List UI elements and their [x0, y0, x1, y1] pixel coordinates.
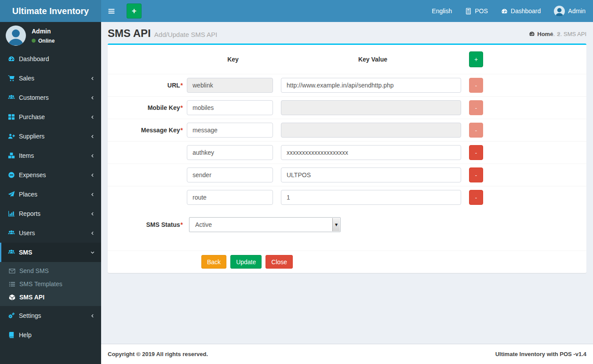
grid-icon	[8, 113, 15, 120]
value-input-route[interactable]	[281, 190, 461, 205]
value-input-sender[interactable]	[281, 167, 461, 182]
sidebar: Admin Online DashboardSalesCustomersPurc…	[0, 22, 101, 364]
sidebar-subitem-send-sms[interactable]: Send SMS	[0, 264, 101, 277]
gauge-icon	[8, 55, 15, 62]
sidebar-submenu: Send SMSSMS TemplatesSMS API	[0, 262, 101, 306]
sidebar-item-dashboard[interactable]: Dashboard	[0, 49, 101, 69]
chevron-left-icon	[90, 173, 95, 178]
dashboard-icon	[501, 8, 508, 15]
row-label: Message Key*	[108, 119, 186, 142]
sidebar-item-customers[interactable]: Customers	[0, 88, 101, 107]
key-input-route[interactable]	[187, 190, 273, 205]
chevron-down-icon	[90, 250, 95, 255]
key-input-sender[interactable]	[187, 167, 273, 182]
minus-circle-icon	[8, 171, 15, 178]
nav-pos[interactable]: POS	[458, 0, 495, 22]
form-row-weblink: URL*-	[108, 74, 586, 97]
avatar	[6, 25, 26, 46]
content-header: SMS APIAdd/Update SMS API Home > SMS API	[101, 22, 593, 40]
sidebar-item-places[interactable]: Places	[0, 185, 101, 204]
nav-pos-label: POS	[475, 7, 488, 15]
sidebar-item-settings[interactable]: Settings	[0, 306, 101, 325]
cubes-icon	[8, 152, 15, 159]
version-text: Ultimate Inventory with POS -v1.4	[495, 351, 586, 357]
calculator-icon	[465, 8, 472, 15]
nav-user[interactable]: Admin	[547, 0, 592, 22]
key-input-mobiles[interactable]	[187, 100, 273, 115]
chevron-left-icon	[90, 95, 95, 100]
user-plus-icon	[8, 133, 15, 140]
quick-add-button[interactable]: +	[127, 4, 142, 18]
book-icon	[8, 331, 15, 339]
value-input-authkey[interactable]	[281, 145, 461, 160]
chevron-left-icon	[90, 211, 95, 216]
nav-language[interactable]: English	[425, 0, 458, 22]
key-input-weblink	[187, 78, 273, 93]
breadcrumb-home[interactable]: Home	[529, 31, 553, 37]
sms-status-select[interactable]: Active ▼	[189, 217, 341, 232]
users-icon	[8, 229, 15, 237]
remove-row-button[interactable]: -	[469, 145, 483, 160]
nav-dashboard[interactable]: Dashboard	[495, 0, 548, 22]
required-marker: *	[181, 104, 183, 111]
nav-user-label: Admin	[568, 7, 586, 15]
sidebar-item-sms[interactable]: SMS	[0, 243, 101, 262]
copyright-text: Copyright © 2019 All rights reserved.	[108, 351, 208, 357]
row-label	[108, 164, 186, 186]
key-input-message[interactable]	[187, 123, 273, 138]
sidebar-toggle-button[interactable]	[101, 0, 121, 22]
required-marker: *	[181, 221, 183, 228]
chevron-left-icon	[90, 76, 95, 81]
content: Key Key Value + URL*-Mobile Key*-Message…	[101, 40, 593, 344]
main-header: Ultimate Inventory + English POS Dashboa…	[0, 0, 593, 22]
online-indicator	[32, 39, 36, 43]
row-label: Mobile Key*	[108, 97, 186, 119]
list-icon	[9, 281, 15, 288]
close-button[interactable]: Close	[266, 255, 293, 269]
content-wrapper: SMS APIAdd/Update SMS API Home > SMS API…	[101, 22, 593, 364]
page-title: SMS APIAdd/Update SMS API	[108, 27, 217, 40]
sidebar-item-suppliers[interactable]: Suppliers	[0, 127, 101, 146]
sidebar-item-users[interactable]: Users	[0, 223, 101, 243]
form-header-row: Key Key Value +	[108, 45, 586, 74]
remove-row-button[interactable]: -	[469, 167, 483, 182]
users-icon	[8, 249, 15, 256]
chevron-left-icon	[90, 153, 95, 158]
sidebar-item-help[interactable]: Help	[0, 325, 101, 345]
sms-status-label: SMS Status*	[108, 221, 186, 229]
sms-status-value: Active	[189, 221, 212, 228]
update-button[interactable]: Update	[230, 255, 262, 269]
user-avatar-icon	[554, 6, 565, 17]
sidebar-item-sales[interactable]: Sales	[0, 69, 101, 88]
add-row-button[interactable]: +	[469, 51, 483, 67]
user-panel: Admin Online	[0, 22, 101, 49]
sidebar-item-expenses[interactable]: Expenses	[0, 165, 101, 185]
required-marker: *	[181, 82, 183, 89]
sidebar-menu: DashboardSalesCustomersPurchaseSuppliers…	[0, 49, 101, 345]
back-button[interactable]: Back	[201, 255, 226, 269]
chevron-left-icon	[90, 192, 95, 197]
gears-icon	[8, 312, 15, 319]
required-marker: *	[181, 127, 183, 134]
cart-icon	[8, 75, 15, 82]
sidebar-subitem-sms-templates[interactable]: SMS Templates	[0, 277, 101, 291]
nav-dashboard-label: Dashboard	[511, 7, 541, 15]
app-logo[interactable]: Ultimate Inventory	[0, 0, 101, 22]
sidebar-subitem-sms-api[interactable]: SMS API	[0, 291, 101, 304]
chevron-left-icon	[90, 231, 95, 236]
sidebar-item-reports[interactable]: Reports	[0, 204, 101, 223]
key-input-authkey[interactable]	[187, 145, 273, 160]
form-row-authkey: -	[108, 142, 586, 164]
online-label: Online	[38, 38, 55, 44]
sidebar-item-purchase[interactable]: Purchase	[0, 107, 101, 127]
user-name: Admin	[32, 28, 55, 35]
remove-row-button[interactable]: -	[469, 190, 483, 205]
row-label	[108, 142, 186, 164]
form-row-mobiles: Mobile Key*-	[108, 97, 586, 119]
sidebar-item-items[interactable]: Items	[0, 146, 101, 165]
sms-api-form-box: Key Key Value + URL*-Mobile Key*-Message…	[108, 44, 586, 273]
value-input-weblink[interactable]	[281, 78, 461, 93]
paper-plane-icon	[8, 191, 15, 198]
chevron-left-icon	[90, 115, 95, 120]
home-icon	[529, 31, 535, 37]
